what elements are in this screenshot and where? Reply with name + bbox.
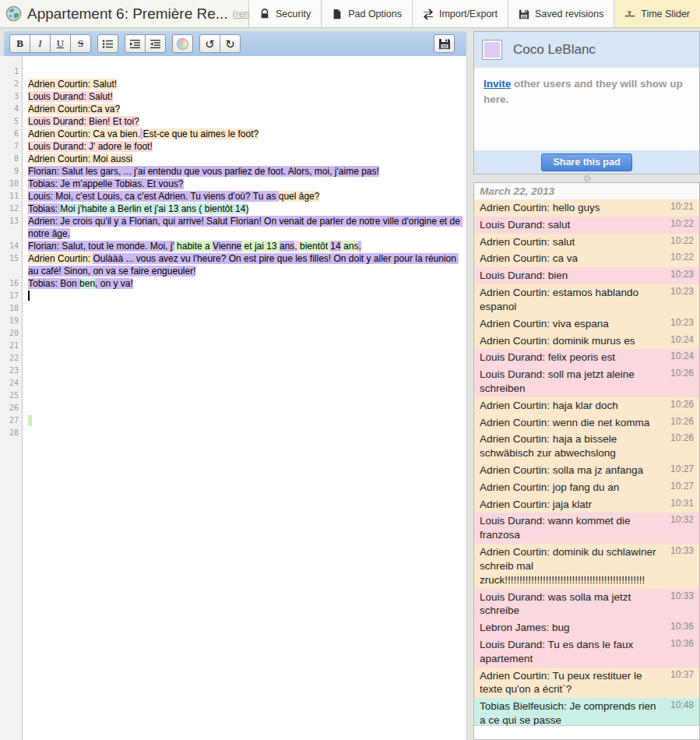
outdent-button[interactable]	[145, 34, 166, 53]
saved-revisions-button[interactable]: Saved revisions	[508, 0, 614, 27]
pad-title-area: Appartement 6: Première Re... (rena	[0, 0, 248, 27]
line-number: 1	[0, 65, 23, 78]
editor[interactable]: 12Adrien Courtin: Salut!3Louis Durand: S…	[0, 56, 467, 740]
undo-button[interactable]: ↺	[199, 34, 220, 53]
line-content[interactable]: Louis Durand: Salut!	[28, 90, 461, 103]
line-number: 25	[0, 389, 23, 402]
line-number: 14	[0, 240, 23, 252]
line-content[interactable]: Adrien: Je crois qu'il y a Florian, qui …	[28, 215, 461, 240]
line-content[interactable]	[28, 352, 461, 365]
line-number: 8	[0, 153, 23, 165]
authored-text: Louis: Moi, c'est Louis, ca c'est Adrien…	[28, 191, 279, 202]
time-slider-button[interactable]: Time Slider	[614, 0, 700, 27]
line-content[interactable]	[28, 427, 461, 439]
line-content[interactable]	[28, 315, 461, 327]
toolbar-group: ↺↻	[199, 34, 241, 53]
editor-line: 24	[0, 377, 466, 389]
line-content[interactable]: Louis Durand: Bien! Et toi?	[28, 115, 461, 128]
chat-timestamp: 10:37	[670, 669, 694, 682]
unordered-list-button[interactable]	[97, 34, 118, 53]
chat-message-list[interactable]: March 22, 201310:21Adrien Courtin: hello…	[474, 183, 699, 725]
line-content[interactable]	[28, 365, 461, 377]
line-content[interactable]	[28, 377, 461, 389]
chat-timestamp: 10:31	[670, 498, 694, 510]
rename-link[interactable]: (rena	[233, 9, 248, 19]
chat-input[interactable]	[474, 725, 699, 739]
line-content[interactable]	[28, 327, 461, 340]
share-pad-button[interactable]: Share this pad	[541, 153, 631, 171]
line-content[interactable]	[28, 414, 461, 427]
line-number: 27	[0, 414, 23, 427]
chat-message-text: Adrien Courtin: haja klar doch	[480, 400, 618, 411]
chat-message-text: Louis Durand: soll ma jetzt aleine schre…	[480, 368, 635, 394]
text-cursor	[28, 291, 30, 301]
editor-line: 23	[0, 365, 466, 377]
bold-button[interactable]: B	[9, 34, 30, 53]
italic-button[interactable]: I	[30, 34, 51, 53]
indent-button[interactable]	[125, 34, 146, 53]
chat-timestamp: 10:33	[670, 545, 694, 558]
line-content[interactable]	[28, 340, 461, 352]
chat-timestamp: 10:21	[670, 201, 694, 213]
chat-resize-handle[interactable]	[584, 175, 590, 181]
line-content[interactable]: Florian: Salut les gars, ... j'ai entend…	[28, 165, 461, 178]
line-number: 7	[0, 140, 23, 153]
line-number: 11	[0, 190, 23, 203]
strikethrough-button[interactable]: S	[70, 34, 91, 53]
chat-timestamp: 10:27	[670, 481, 694, 493]
editor-line: 21	[0, 340, 466, 352]
chat-resize-strip	[473, 174, 700, 182]
chat-message: 10:33Adrien Courtin: dominik du schlawin…	[474, 544, 699, 588]
invite-message: Invite other users and they will show up…	[474, 68, 699, 150]
line-content[interactable]: Tobias: Bon ben, on y va!	[28, 277, 461, 290]
saved-revisions-label: Saved revisions	[535, 9, 603, 19]
clear-authorship-colors-button[interactable]	[172, 34, 193, 53]
chat-timestamp: 10:26	[670, 399, 694, 411]
line-content[interactable]: Adrien Courtin:Ca va?	[28, 103, 461, 115]
editor-toolbar: BIUS↺↻	[4, 31, 466, 56]
authored-text: Adrien Courtin: Moi aussi	[28, 153, 132, 164]
chat-message-text: Adrien Courtin: Tu peux restituer le tex…	[480, 670, 642, 696]
invite-link[interactable]: Invite	[484, 78, 511, 90]
line-content[interactable]	[28, 302, 461, 315]
line-content[interactable]: Adrien Courtin: Ca va bien. Est-ce que t…	[28, 128, 461, 140]
line-number: 5	[0, 115, 23, 128]
chat-panel[interactable]: March 22, 201310:21Adrien Courtin: hello…	[473, 182, 700, 740]
chat-message-text: Louis Durand: felix peoris est	[480, 351, 615, 363]
line-content[interactable]	[28, 389, 461, 402]
line-content[interactable]: Tobias: Moi j'habite a Berlin et j'ai 13…	[28, 203, 461, 215]
chat-timestamp: 10:26	[670, 368, 694, 380]
chat-timestamp: 10:48	[670, 699, 694, 712]
line-content[interactable]	[28, 65, 461, 78]
line-number: 10	[0, 178, 23, 190]
editor-line: 10Tobias: Je m'appelle Tobias. Et vous?	[0, 178, 466, 190]
authored-text: Est-ce que tu aimes le foot?	[142, 129, 259, 139]
editor-lines: 12Adrien Courtin: Salut!3Louis Durand: S…	[0, 65, 466, 439]
line-number: 16	[0, 277, 23, 290]
line-content[interactable]	[28, 402, 461, 414]
pad-options-button[interactable]: Pad Options	[321, 0, 412, 27]
authored-text: quel âge?	[279, 191, 320, 202]
line-content[interactable]: Adrien Courtin: Moi aussi	[28, 153, 461, 165]
editor-line: 17	[0, 290, 466, 302]
chat-timestamp: 10:32	[670, 514, 694, 527]
current-user-name[interactable]: Coco LeBlanc	[513, 42, 596, 58]
import-export-button[interactable]: Import/Export	[412, 0, 508, 27]
redo-button[interactable]: ↻	[220, 34, 241, 53]
line-content[interactable]: Tobias: Je m'appelle Tobias. Et vous?	[28, 178, 461, 190]
chat-message-text: Adrien Courtin: jaja klatr	[480, 499, 592, 510]
save-revision-button[interactable]	[434, 34, 455, 53]
line-content[interactable]: Adrien Courtin: Salut!	[28, 78, 461, 90]
line-content[interactable]: Adrien Courtin: Oulààà ... vous avez vu …	[28, 252, 461, 277]
user-color-swatch[interactable]	[482, 40, 502, 60]
security-button[interactable]: Security	[248, 0, 321, 27]
line-content[interactable]: Louis: Moi, c'est Louis, ca c'est Adrien…	[28, 190, 461, 203]
underline-button[interactable]: U	[50, 34, 71, 53]
line-content[interactable]	[28, 290, 461, 302]
authored-text: ans	[280, 241, 294, 252]
chat-timestamp: 10:23	[670, 317, 694, 329]
editor-line: 14Florian: Salut, tout le monde. Moi, j'…	[0, 240, 466, 252]
toolbar-group	[172, 34, 193, 53]
line-content[interactable]: Louis Durand: J' adore le foot!	[28, 140, 461, 153]
line-content[interactable]: Florian: Salut, tout le monde. Moi, j' h…	[28, 240, 461, 252]
